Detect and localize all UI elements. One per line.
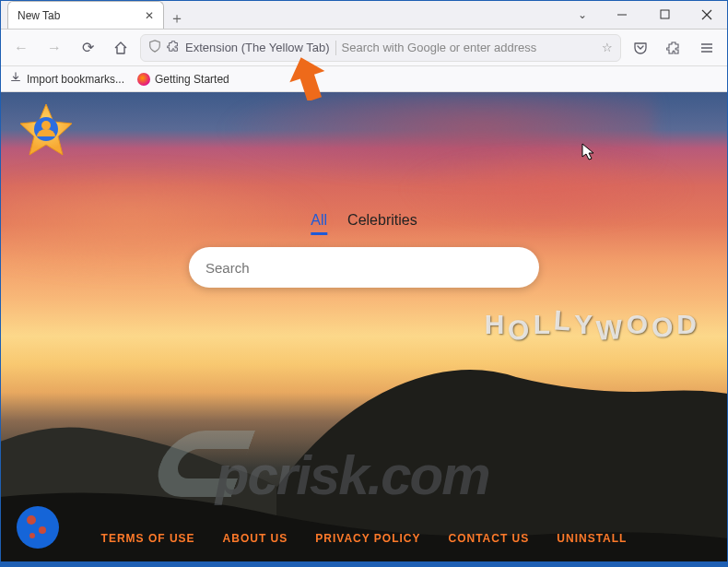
home-button[interactable] <box>107 34 135 62</box>
back-button[interactable]: ← <box>7 34 35 62</box>
minimize-button[interactable] <box>601 0 643 30</box>
tab-celebrities[interactable]: Celebrities <box>347 212 417 235</box>
app-menu-button[interactable] <box>693 34 721 62</box>
star-logo <box>17 101 76 160</box>
firefox-icon <box>137 73 150 86</box>
page-content: HOLLYWOOD All Celebrities pcrisk.com TER… <box>0 92 728 561</box>
search-input[interactable] <box>205 260 523 276</box>
import-icon <box>9 71 22 87</box>
bookmarks-toolbar: Import bookmarks... Getting Started <box>0 66 728 92</box>
hollywood-sign: HOLLYWOOD <box>485 309 700 340</box>
tab-all[interactable]: All <box>311 212 327 235</box>
svg-rect-1 <box>661 10 669 18</box>
address-bar[interactable]: Extension (The Yellow Tab) Search with G… <box>140 34 621 62</box>
footer-uninstall[interactable]: UNINSTALL <box>557 532 627 545</box>
forward-button[interactable]: → <box>41 34 68 62</box>
shield-icon[interactable] <box>148 40 161 55</box>
save-to-pocket-button[interactable] <box>627 34 654 62</box>
extension-icon[interactable] <box>167 40 180 55</box>
extension-label: Extension (The Yellow Tab) <box>185 41 330 54</box>
footer-about[interactable]: ABOUT US <box>223 532 288 545</box>
tab-title: New Tab <box>18 9 60 22</box>
getting-started-bookmark[interactable]: Getting Started <box>137 73 229 86</box>
maximize-button[interactable] <box>643 0 686 30</box>
browser-tab[interactable]: New Tab ✕ <box>7 1 164 29</box>
annotation-arrow-icon <box>289 56 326 100</box>
close-window-button[interactable] <box>686 0 728 30</box>
footer-contact[interactable]: CONTACT US <box>449 532 530 545</box>
mouse-cursor-icon <box>581 143 596 161</box>
separator <box>335 41 336 55</box>
window-controls <box>601 0 728 29</box>
window-resize-edge[interactable] <box>0 561 728 567</box>
hills-silhouette <box>0 257 728 561</box>
getting-started-label: Getting Started <box>155 73 229 86</box>
background-image: HOLLYWOOD <box>0 92 728 561</box>
tabs-dropdown-button[interactable]: ⌄ <box>564 0 601 29</box>
browser-toolbar: ← → ⟳ Extension (The Yellow Tab) Search … <box>0 30 728 66</box>
new-tab-button[interactable]: ＋ <box>164 9 190 29</box>
import-bookmarks-label: Import bookmarks... <box>27 73 124 86</box>
address-placeholder: Search with Google or enter address <box>342 41 596 54</box>
window-titlebar: New Tab ✕ ＋ ⌄ <box>0 0 728 30</box>
close-icon[interactable]: ✕ <box>145 9 154 22</box>
tab-strip: New Tab ✕ ＋ <box>0 0 564 29</box>
footer-links: TERMS OF USE ABOUT US PRIVACY POLICY CON… <box>0 532 728 545</box>
import-bookmarks-item[interactable]: Import bookmarks... <box>9 71 124 87</box>
footer-terms[interactable]: TERMS OF USE <box>101 532 195 545</box>
svg-point-8 <box>41 121 51 130</box>
reload-button[interactable]: ⟳ <box>74 34 101 62</box>
footer-privacy[interactable]: PRIVACY POLICY <box>315 532 420 545</box>
bookmark-star-icon[interactable]: ☆ <box>602 41 613 54</box>
search-box[interactable] <box>189 247 539 288</box>
search-category-tabs: All Celebrities <box>311 212 417 235</box>
extensions-button[interactable] <box>660 34 687 62</box>
